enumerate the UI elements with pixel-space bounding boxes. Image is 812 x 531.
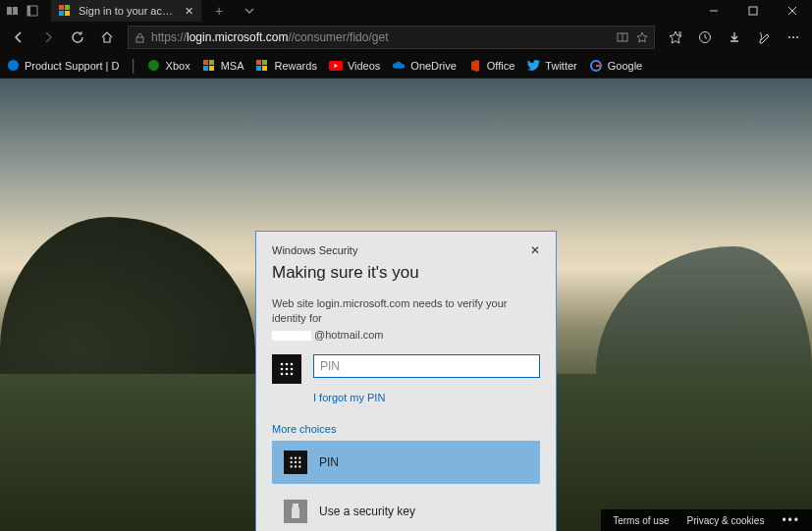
- dialog-desc-text: Web site login.microsoft.com needs to ve…: [272, 297, 507, 324]
- maximize-button[interactable]: [733, 0, 773, 22]
- windows-security-dialog: Windows Security ✕ Making sure it's you …: [255, 231, 557, 531]
- svg-point-50: [298, 465, 300, 467]
- twitter-icon: [526, 59, 540, 73]
- browser-tab[interactable]: Sign in to your account ✕: [51, 0, 201, 22]
- more-choices-link[interactable]: More choices: [272, 423, 540, 435]
- onedrive-icon: [392, 59, 406, 73]
- favorite-star-icon[interactable]: [636, 31, 648, 43]
- bookmark-msa[interactable]: MSA: [202, 59, 244, 73]
- svg-rect-27: [256, 60, 261, 65]
- choice-security-key[interactable]: Use a security key: [272, 490, 540, 531]
- choice-pin-label: PIN: [319, 455, 339, 469]
- bookmark-label: Office: [487, 60, 515, 72]
- dialog-email: @hotmail.com: [272, 328, 540, 343]
- google-icon: [589, 59, 603, 73]
- bookmark-videos[interactable]: Videos: [329, 59, 380, 73]
- refresh-button[interactable]: [65, 25, 90, 50]
- svg-rect-23: [203, 60, 208, 65]
- svg-point-36: [281, 368, 284, 371]
- svg-rect-29: [256, 66, 261, 71]
- set-aside-tabs-icon[interactable]: [26, 4, 39, 18]
- svg-point-41: [291, 373, 294, 376]
- url-path: //consumer/fido/get: [288, 30, 388, 44]
- pin-input[interactable]: [313, 354, 540, 378]
- svg-rect-52: [292, 507, 299, 518]
- terms-link[interactable]: Terms of use: [613, 515, 669, 526]
- tab-close-icon[interactable]: ✕: [185, 5, 193, 18]
- svg-rect-7: [65, 11, 70, 16]
- dialog-title: Making sure it's you: [272, 263, 540, 283]
- svg-point-21: [8, 60, 19, 71]
- svg-point-40: [286, 373, 289, 376]
- tabs-overview-icon[interactable]: [6, 4, 20, 18]
- bookmark-google[interactable]: Google: [589, 59, 642, 73]
- redacted-username: [272, 331, 311, 341]
- svg-point-39: [281, 373, 284, 376]
- pin-entry-row: [272, 354, 540, 384]
- bookmark-label: OneDrive: [410, 60, 456, 72]
- svg-point-22: [148, 60, 159, 71]
- browser-window: Sign in to your account ✕ + https://logi…: [0, 0, 812, 531]
- svg-point-18: [788, 36, 790, 38]
- bookmark-rewards[interactable]: Rewards: [255, 59, 316, 73]
- svg-point-20: [796, 36, 798, 38]
- svg-rect-1: [13, 7, 18, 15]
- forgot-pin-link[interactable]: I forgot my PIN: [313, 392, 540, 403]
- pin-pad-icon: [272, 354, 301, 384]
- svg-point-44: [298, 457, 300, 459]
- svg-point-43: [295, 457, 297, 459]
- pin-pad-icon: [284, 451, 307, 474]
- bookmarks-bar: Product Support | D | Xbox MSA Rewards V…: [0, 53, 812, 79]
- new-tab-button[interactable]: +: [207, 3, 231, 19]
- reading-view-icon[interactable]: [617, 31, 628, 43]
- bookmark-label: Twitter: [545, 60, 576, 72]
- ms-icon: [255, 59, 269, 73]
- svg-point-34: [286, 363, 289, 366]
- bookmark-twitter[interactable]: Twitter: [526, 59, 576, 73]
- lock-icon: [135, 32, 145, 43]
- svg-rect-30: [262, 66, 267, 71]
- svg-point-38: [291, 368, 294, 371]
- landscape-hill: [596, 246, 812, 384]
- window-close-button[interactable]: [773, 0, 812, 22]
- bookmark-label: Product Support | D: [25, 60, 119, 72]
- bookmark-xbox[interactable]: Xbox: [147, 59, 190, 73]
- url-host: login.microsoft.com: [187, 30, 288, 44]
- history-button[interactable]: [692, 25, 718, 50]
- bookmark-label: Rewards: [274, 60, 316, 72]
- dialog-close-button[interactable]: ✕: [530, 243, 540, 257]
- titlebar-left: Sign in to your account ✕ +: [0, 0, 262, 22]
- svg-rect-3: [27, 6, 30, 16]
- back-button[interactable]: [6, 25, 31, 50]
- forward-button[interactable]: [35, 25, 61, 50]
- svg-point-42: [290, 457, 292, 459]
- bookmark-label: Videos: [348, 60, 380, 72]
- bookmark-label: Xbox: [166, 60, 190, 72]
- choice-pin[interactable]: PIN: [272, 441, 540, 484]
- edge-icon: [6, 59, 20, 73]
- address-text: https://login.microsoft.com//consumer/fi…: [151, 30, 388, 44]
- footer-more-icon[interactable]: •••: [782, 513, 800, 527]
- favorites-button[interactable]: [663, 25, 688, 50]
- tab-dropdown-icon[interactable]: [237, 6, 262, 16]
- svg-point-37: [286, 368, 289, 371]
- bookmark-office[interactable]: Office: [468, 59, 515, 73]
- notes-button[interactable]: [751, 25, 777, 50]
- home-button[interactable]: [94, 25, 120, 50]
- minimize-button[interactable]: [694, 0, 733, 22]
- downloads-button[interactable]: [722, 25, 747, 50]
- dialog-description: Web site login.microsoft.com needs to ve…: [272, 296, 540, 343]
- bookmark-product-support[interactable]: Product Support | D: [6, 59, 119, 73]
- bookmark-onedrive[interactable]: OneDrive: [392, 59, 456, 73]
- address-bar[interactable]: https://login.microsoft.com//consumer/fi…: [128, 26, 655, 49]
- dialog-header: Windows Security ✕: [272, 243, 540, 257]
- tab-title: Sign in to your account: [79, 5, 177, 17]
- ms-icon: [202, 59, 216, 73]
- privacy-link[interactable]: Privacy & cookies: [686, 515, 764, 526]
- svg-rect-12: [136, 37, 143, 42]
- svg-rect-51: [293, 504, 298, 507]
- more-button[interactable]: [781, 25, 806, 50]
- svg-rect-26: [209, 66, 214, 71]
- svg-point-46: [295, 461, 297, 463]
- office-icon: [468, 59, 482, 73]
